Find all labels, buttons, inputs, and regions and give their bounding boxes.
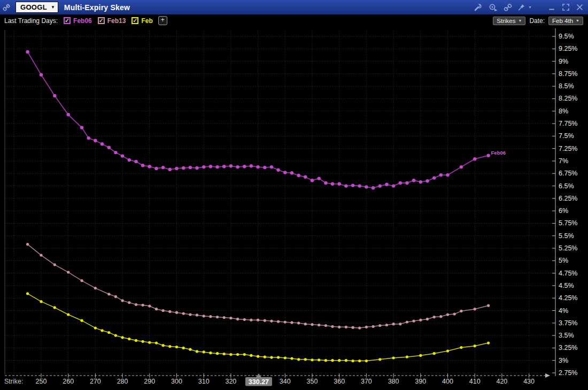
data-point[interactable] xyxy=(426,318,429,320)
data-point[interactable] xyxy=(283,171,287,174)
data-point[interactable] xyxy=(297,358,300,361)
data-point[interactable] xyxy=(345,326,347,328)
data-point[interactable] xyxy=(277,356,280,359)
data-point[interactable] xyxy=(365,326,368,328)
data-point[interactable] xyxy=(100,142,104,146)
data-point[interactable] xyxy=(352,360,354,362)
strikes-dropdown-button[interactable]: Strikes ▼ xyxy=(493,17,525,25)
data-point[interactable] xyxy=(67,313,69,316)
data-point[interactable] xyxy=(216,316,219,318)
data-point[interactable] xyxy=(175,311,178,314)
data-point[interactable] xyxy=(419,354,422,357)
data-point[interactable] xyxy=(94,287,97,289)
data-point[interactable] xyxy=(175,167,178,170)
data-point[interactable] xyxy=(439,315,442,318)
data-point[interactable] xyxy=(175,346,178,348)
data-point[interactable] xyxy=(168,168,172,171)
data-point[interactable] xyxy=(209,351,212,354)
data-point[interactable] xyxy=(142,304,144,307)
data-point[interactable] xyxy=(94,327,97,330)
data-point[interactable] xyxy=(243,165,246,168)
data-point[interactable] xyxy=(196,350,198,353)
data-point[interactable] xyxy=(141,164,144,167)
symbol-select[interactable]: GOOGL ▼ xyxy=(16,2,58,13)
data-point[interactable] xyxy=(473,157,476,160)
data-point[interactable] xyxy=(358,360,361,362)
data-point[interactable] xyxy=(236,353,239,356)
data-point[interactable] xyxy=(487,342,490,345)
pin-icon[interactable] xyxy=(518,3,525,11)
data-point[interactable] xyxy=(202,165,205,169)
data-point[interactable] xyxy=(460,310,462,312)
data-point[interactable] xyxy=(135,339,137,342)
data-point[interactable] xyxy=(168,345,171,348)
data-point[interactable] xyxy=(209,315,212,318)
data-point[interactable] xyxy=(229,353,232,356)
data-point[interactable] xyxy=(67,113,70,116)
data-point[interactable] xyxy=(304,358,307,361)
data-point[interactable] xyxy=(419,180,422,183)
data-point[interactable] xyxy=(318,324,320,326)
data-point[interactable] xyxy=(182,347,185,349)
data-point[interactable] xyxy=(107,293,110,295)
data-point[interactable] xyxy=(148,341,151,344)
data-point[interactable] xyxy=(257,319,259,322)
data-point[interactable] xyxy=(338,326,341,328)
data-point[interactable] xyxy=(392,323,395,325)
data-point[interactable] xyxy=(40,254,42,257)
data-point[interactable] xyxy=(311,323,313,326)
data-point[interactable] xyxy=(338,182,341,186)
data-point[interactable] xyxy=(460,165,463,169)
data-point[interactable] xyxy=(474,308,476,310)
data-point[interactable] xyxy=(53,306,56,309)
data-point[interactable] xyxy=(26,243,29,246)
data-point[interactable] xyxy=(338,359,341,362)
pin-menu-caret-icon[interactable]: ▼ xyxy=(528,5,532,9)
data-point[interactable] xyxy=(155,308,158,310)
data-point[interactable] xyxy=(215,165,219,169)
data-point[interactable] xyxy=(81,319,83,322)
data-point[interactable] xyxy=(250,354,252,357)
data-point[interactable] xyxy=(263,166,266,169)
data-point[interactable] xyxy=(203,315,205,317)
data-point[interactable] xyxy=(352,326,354,329)
data-point[interactable] xyxy=(243,353,246,356)
add-expiry-button[interactable]: + xyxy=(158,16,167,25)
data-point[interactable] xyxy=(209,165,212,168)
data-point[interactable] xyxy=(318,177,321,180)
data-point[interactable] xyxy=(433,352,436,355)
data-point[interactable] xyxy=(148,305,151,308)
data-point[interactable] xyxy=(378,184,382,187)
data-point[interactable] xyxy=(318,358,320,361)
data-point[interactable] xyxy=(446,173,449,177)
link-icon[interactable] xyxy=(3,4,10,11)
data-point[interactable] xyxy=(331,325,334,328)
data-point[interactable] xyxy=(222,165,226,168)
data-point[interactable] xyxy=(460,346,462,349)
data-point[interactable] xyxy=(453,312,456,315)
data-point[interactable] xyxy=(358,184,361,187)
data-point[interactable] xyxy=(121,299,124,302)
data-point[interactable] xyxy=(162,344,165,347)
data-point[interactable] xyxy=(358,327,361,330)
data-point[interactable] xyxy=(290,321,293,324)
data-point[interactable] xyxy=(87,136,90,140)
data-point[interactable] xyxy=(284,320,287,323)
data-point[interactable] xyxy=(270,165,273,169)
data-point[interactable] xyxy=(331,359,334,362)
data-point[interactable] xyxy=(121,154,124,157)
data-point[interactable] xyxy=(67,271,69,273)
data-point[interactable] xyxy=(250,319,252,322)
data-point[interactable] xyxy=(53,94,56,97)
data-point[interactable] xyxy=(311,179,314,182)
data-point[interactable] xyxy=(399,323,401,325)
data-point[interactable] xyxy=(412,179,415,182)
data-point[interactable] xyxy=(264,356,266,358)
data-point[interactable] xyxy=(189,313,191,316)
data-point[interactable] xyxy=(432,176,436,179)
data-point[interactable] xyxy=(419,319,422,322)
data-point[interactable] xyxy=(257,355,259,358)
data-point[interactable] xyxy=(344,184,347,187)
data-point[interactable] xyxy=(351,183,354,187)
date-dropdown-button[interactable]: Feb 4th ▼ xyxy=(548,17,583,25)
